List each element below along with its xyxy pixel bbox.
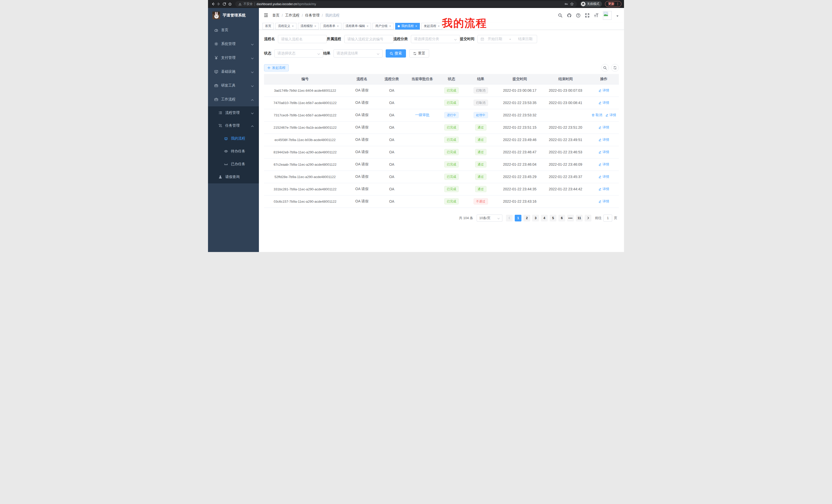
github-icon[interactable] [567,13,572,18]
breadcrumb-separator: / [322,13,323,18]
tab-close-icon[interactable]: × [389,24,391,28]
address-bar[interactable]: 不安全 dashboard.yudao.iocoder.cn/bpm/task/… [235,1,577,7]
browser-update-button[interactable]: 更新 [605,1,621,7]
detail-link[interactable]: 详情 [599,162,609,167]
sidebar-item-已办任务[interactable]: 已办任务 [208,158,259,171]
op-link-label: 详情 [609,113,616,117]
tab-close-icon[interactable]: × [337,24,339,28]
filter-label: 流程名 [264,37,278,41]
detail-link[interactable]: 详情 [605,113,616,117]
search-icon[interactable] [558,13,563,18]
sidebar-item-首页[interactable]: 首页 [208,23,259,37]
page-button-11[interactable]: 11 [576,215,582,221]
tab-label: 流程定义 [278,24,290,28]
page-button-2[interactable]: 2 [523,215,530,221]
filter-select-流程分类[interactable]: 请选择流程分类 [411,35,460,43]
password-key-icon[interactable] [564,2,568,6]
detail-link[interactable]: 详情 [599,150,609,155]
tab-close-icon[interactable]: × [314,24,316,28]
page-size-select[interactable]: 10条/页 [477,215,502,222]
reset-button[interactable]: 重置 [409,49,429,58]
not-secure-label[interactable]: 不安全 [243,2,253,6]
sidebar-item-待办任务[interactable]: 待办任务 [208,145,259,158]
prev-page-button[interactable] [506,215,513,221]
chevron-down-icon [317,52,320,55]
page-button-5[interactable]: 5 [550,215,556,221]
tab-流程表单[interactable]: 流程表单× [320,23,341,30]
user-avatar[interactable] [603,11,612,20]
detail-link[interactable]: 详情 [599,137,609,142]
browser-back-icon[interactable] [211,2,215,6]
detail-link[interactable]: 详情 [599,187,609,191]
refresh-table-button[interactable] [611,64,619,72]
font-size-icon[interactable] [594,13,599,18]
breadcrumb-item[interactable]: 首页 [272,13,280,18]
browser-forward-icon[interactable] [216,2,221,6]
browser-home-icon[interactable] [228,2,232,6]
breadcrumb-item[interactable]: 任务管理 [305,13,319,18]
tab-首页[interactable]: 首页 [262,23,274,30]
detail-link[interactable]: 详情 [599,88,609,93]
sidebar-item-请假查询[interactable]: 请假查询 [208,171,259,184]
sidebar-item-任务管理[interactable]: 任务管理 [208,119,259,132]
sidebar-item-我的流程[interactable]: 我的流程 [208,132,259,145]
op-link-label: 详情 [603,125,609,130]
detail-link[interactable]: 详情 [599,125,609,130]
tab-close-icon[interactable]: × [438,24,440,28]
pager-ellipsis[interactable]: ••• [567,215,574,221]
cell-current-task [406,96,439,109]
tab-流程定义[interactable]: 流程定义× [275,23,296,30]
filter-input-所属流程[interactable] [344,35,393,43]
total-count: 共 104 条 [459,216,473,220]
tab-close-icon[interactable]: × [292,24,294,28]
filter-daterange-提交时间[interactable]: 开始日期-结束日期 [477,35,537,43]
detail-link[interactable]: 详情 [599,199,609,204]
tab-发起流程[interactable]: 发起流程× [421,23,442,30]
sidebar-item-基础设施[interactable]: 基础设施 [208,65,259,79]
sidebar-item-label: 待办任务 [231,149,245,153]
breadcrumb-item[interactable]: 工作流程 [285,13,300,18]
operations: 详情 [589,199,619,204]
sidebar-item-研发工具[interactable]: 研发工具 [208,79,259,92]
tab-流程模型[interactable]: 流程模型× [298,23,319,30]
cell-end-time: 2022-01-22 23:44:42 [542,183,589,195]
page-button-1[interactable]: 1 [515,215,521,221]
tab-流程表单-编辑[interactable]: 流程表单-编辑× [343,23,371,30]
column-header-当前审批任务: 当前审批任务 [406,74,439,84]
tab-用户分组[interactable]: 用户分组× [372,23,394,30]
page-button-3[interactable]: 3 [532,215,539,221]
next-page-button[interactable] [585,215,591,221]
current-task-link[interactable]: 一级审批 [415,113,430,117]
start-process-button[interactable]: 发起流程 [264,64,289,72]
tab-close-icon[interactable]: × [367,24,369,28]
tab-我的流程[interactable]: 我的流程× [395,23,420,30]
cancel-link[interactable]: 取消 [592,113,602,117]
browser-reload-icon[interactable] [222,2,227,6]
page-button-4[interactable]: 4 [541,215,548,221]
goto-page-input[interactable] [603,215,612,222]
search-button[interactable]: 搜索 [386,49,406,58]
tab-close-icon[interactable]: × [415,24,417,28]
url-text[interactable]: dashboard.yudao.iocoder.cn/bpm/task/my [257,2,316,6]
sidebar-item-label: 我的流程 [231,136,245,141]
fullscreen-icon[interactable] [585,13,590,18]
filter-select-结果[interactable]: 请选择流结果 [334,49,383,58]
sidebar-item-支付管理[interactable]: 支付管理 [208,51,259,65]
sidebar-item-工作流程[interactable]: 工作流程 [208,92,259,106]
help-icon[interactable] [576,13,580,18]
detail-link[interactable]: 详情 [599,101,609,105]
filter-input-流程名[interactable] [278,35,327,43]
page-button-6[interactable]: 6 [558,215,565,221]
bookmark-star-icon[interactable] [570,2,574,6]
detail-link[interactable]: 详情 [599,174,609,179]
cell-submit-time: 2022-01-22 23:51:15 [497,121,542,134]
cell-result: 通过 [464,158,497,171]
logo-row[interactable]: 芋道管理系统 [208,8,259,23]
sidebar-item-系统管理[interactable]: 系统管理 [208,37,259,51]
cell-current-task [406,171,439,183]
sidebar-item-流程管理[interactable]: 流程管理 [208,106,259,119]
avatar-caret-down-icon[interactable] [616,14,619,17]
toggle-search-button[interactable] [601,64,609,72]
collapse-sidebar-icon[interactable] [263,13,268,18]
filter-select-状态[interactable]: 请选择状态 [274,49,323,58]
